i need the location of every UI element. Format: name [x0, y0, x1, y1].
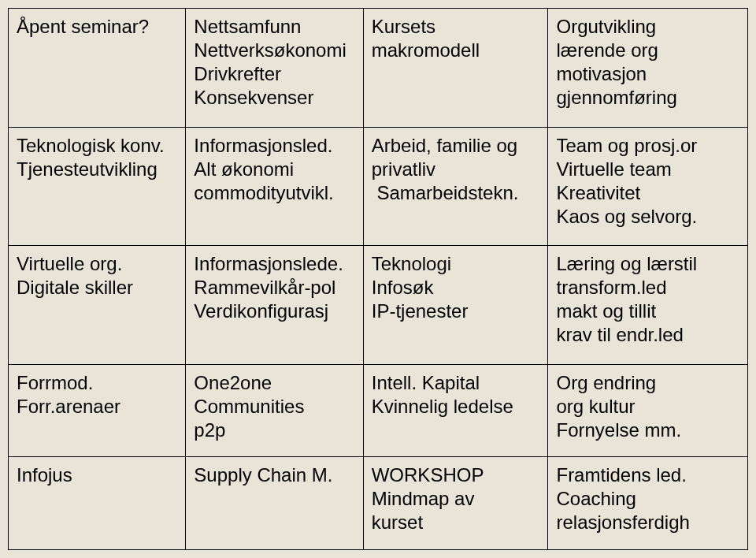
cell-line: transform.led [556, 276, 739, 299]
cell-line: privatliv [372, 158, 540, 181]
table-cell: NettsamfunnNettverksøkonomiDrivkrefterKo… [186, 9, 363, 128]
cell-line: Nettverksøkonomi [194, 39, 354, 62]
cell-line: Mindmap av [372, 487, 540, 511]
cell-line: makromodell [372, 39, 540, 62]
cell-line: Kaos og selvorg. [556, 205, 739, 229]
table-cell: Infojus [9, 457, 186, 550]
cell-line: Kvinnelig ledelse [372, 395, 540, 418]
cell-line: Orgutvikling [556, 15, 739, 39]
table-cell: Forrmod.Forr.arenaer [9, 364, 186, 457]
table-cell: One2oneCommunitiesp2p [186, 364, 363, 457]
table-cell: TeknologiInfosøkIP-tjenester [363, 246, 548, 365]
table-body: Åpent seminar?NettsamfunnNettverksøkonom… [9, 9, 748, 550]
table-cell: Informasjonslede.Rammevilkår-polVerdikon… [186, 246, 363, 365]
cell-line: Communities [194, 395, 354, 418]
cell-line: Intell. Kapital [372, 371, 540, 395]
cell-line: Teknologi [372, 252, 540, 276]
cell-line: Læring og lærstil [556, 252, 739, 276]
table-cell: Arbeid, familie ogprivatliv Samarbeidste… [363, 127, 548, 246]
cell-line: kurset [372, 511, 540, 534]
cell-line: Drivkrefter [194, 62, 354, 86]
cell-line: Tjenesteutvikling [17, 158, 177, 181]
cell-line: krav til endr.led [556, 323, 739, 347]
cell-line: Kursets [372, 15, 540, 39]
cell-line: One2one [194, 371, 354, 395]
cell-line: gjennomføring [556, 86, 739, 110]
content-table: Åpent seminar?NettsamfunnNettverksøkonom… [8, 8, 748, 550]
table-row: Teknologisk konv.TjenesteutviklingInform… [9, 127, 748, 246]
cell-line: Forr.arenaer [17, 395, 177, 418]
table-row: InfojusSupply Chain M.WORKSHOPMindmap av… [9, 457, 748, 550]
cell-line: commodityutvikl. [194, 181, 354, 205]
table-cell: Team og prosj.orVirtuelle teamKreativite… [548, 127, 748, 246]
cell-line: relasjonsferdigh [556, 511, 739, 534]
cell-line: Virtuelle org. [17, 252, 177, 276]
cell-line: Coaching [556, 487, 739, 511]
slide-page: Åpent seminar?NettsamfunnNettverksøkonom… [0, 0, 756, 558]
cell-line: Arbeid, familie og [372, 134, 540, 158]
table-cell: Kursetsmakromodell [363, 9, 548, 128]
cell-line: Verdikonfigurasj [194, 299, 354, 323]
cell-line: WORKSHOP [372, 463, 540, 487]
cell-line: Infosøk [372, 276, 540, 299]
cell-line: lærende org [556, 39, 739, 62]
cell-line: Rammevilkår-pol [194, 276, 354, 299]
table-cell: Intell. KapitalKvinnelig ledelse [363, 364, 548, 457]
table-cell: Virtuelle org.Digitale skiller [9, 246, 186, 365]
cell-line: Fornyelse mm. [556, 418, 739, 442]
table-cell: Org endringorg kulturFornyelse mm. [548, 364, 748, 457]
cell-line: p2p [194, 418, 354, 442]
table-cell: Teknologisk konv.Tjenesteutvikling [9, 127, 186, 246]
cell-line: Virtuelle team [556, 158, 739, 181]
cell-line: makt og tillit [556, 299, 739, 323]
cell-line: Infojus [17, 463, 177, 487]
cell-line: Åpent seminar? [17, 15, 177, 39]
table-cell: Læring og lærstiltransform.ledmakt og ti… [548, 246, 748, 365]
cell-line: Informasjonsled. [194, 134, 354, 158]
cell-line: Kreativitet [556, 181, 739, 205]
cell-line: IP-tjenester [372, 299, 540, 323]
cell-line: Team og prosj.or [556, 134, 739, 158]
table-row: Forrmod.Forr.arenaerOne2oneCommunitiesp2… [9, 364, 748, 457]
table-cell: Framtidens led.Coachingrelasjonsferdigh [548, 457, 748, 550]
cell-line: Framtidens led. [556, 463, 739, 487]
table-cell: Orgutviklinglærende orgmotivasjongjennom… [548, 9, 748, 128]
table-row: Åpent seminar?NettsamfunnNettverksøkonom… [9, 9, 748, 128]
cell-line: Forrmod. [17, 371, 177, 395]
cell-line: Samarbeidstekn. [372, 181, 540, 205]
cell-line: motivasjon [556, 62, 739, 86]
cell-line: Nettsamfunn [194, 15, 354, 39]
cell-line: Teknologisk konv. [17, 134, 177, 158]
cell-line: Informasjonslede. [194, 252, 354, 276]
cell-line: Supply Chain M. [194, 463, 354, 487]
table-cell: Supply Chain M. [186, 457, 363, 550]
cell-line: Org endring [556, 371, 739, 395]
cell-line: Digitale skiller [17, 276, 177, 299]
cell-line: Konsekvenser [194, 86, 354, 110]
cell-line: Alt økonomi [194, 158, 354, 181]
table-cell: WORKSHOPMindmap avkurset [363, 457, 548, 550]
table-row: Virtuelle org.Digitale skillerInformasjo… [9, 246, 748, 365]
cell-line: org kultur [556, 395, 739, 418]
table-cell: Åpent seminar? [9, 9, 186, 128]
table-cell: Informasjonsled.Alt økonomicommodityutvi… [186, 127, 363, 246]
